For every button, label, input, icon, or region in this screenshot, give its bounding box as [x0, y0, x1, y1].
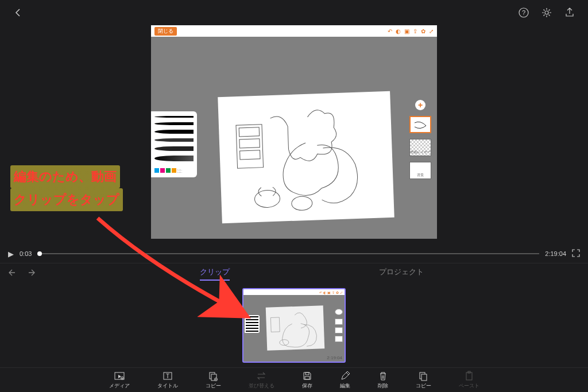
- copy2-button[interactable]: コピー: [416, 371, 431, 390]
- share-icon[interactable]: [558, 7, 581, 18]
- brush-panel[interactable]: [151, 111, 197, 177]
- copy2-label: コピー: [416, 382, 431, 390]
- save-label: 保存: [302, 382, 312, 390]
- frame-close-button[interactable]: 閉じる: [154, 27, 177, 36]
- clip-layers: [335, 309, 343, 342]
- save-button[interactable]: 保存: [302, 371, 312, 390]
- total-time: 2:19:04: [545, 250, 566, 257]
- media-label: メディア: [109, 382, 130, 390]
- reorder-label: 並び替える: [249, 382, 274, 390]
- export-icon[interactable]: ⇪: [413, 28, 417, 34]
- clip-area: ↶◐▣⇪✿⤢ 2:19:04: [0, 284, 588, 367]
- annotation-line1: 編集のため、動画: [10, 165, 120, 188]
- preview-frame: 閉じる ↶ ◐ ▣ ⇪ ✿ ⤢: [151, 25, 437, 239]
- svg-rect-5: [239, 139, 260, 148]
- play-button[interactable]: ▶: [8, 250, 14, 258]
- clip-header: ↶◐▣⇪✿⤢: [243, 289, 345, 295]
- redo-button[interactable]: [25, 269, 36, 278]
- frame-header: 閉じる ↶ ◐ ▣ ⇪ ✿ ⤢: [151, 25, 437, 37]
- top-bar: ?: [0, 0, 588, 25]
- brush-2[interactable]: [154, 122, 194, 125]
- media-button[interactable]: メディア: [109, 371, 130, 390]
- back-button[interactable]: [7, 8, 30, 17]
- settings2-icon[interactable]: ✿: [421, 28, 425, 34]
- layer-thumb-2[interactable]: 作画レイヤー: [409, 139, 431, 156]
- paste-label: ペースト: [459, 382, 479, 390]
- undo-icon[interactable]: ↶: [388, 28, 392, 34]
- svg-text:T: T: [165, 373, 169, 379]
- svg-rect-6: [240, 150, 261, 160]
- svg-rect-21: [421, 374, 427, 381]
- brush-4[interactable]: [154, 138, 194, 142]
- paste-button[interactable]: ペースト: [459, 371, 479, 390]
- layer-thumb-1[interactable]: [409, 116, 431, 133]
- svg-rect-4: [239, 127, 260, 137]
- adjust-icon[interactable]: ◐: [396, 28, 401, 34]
- brush-6[interactable]: [154, 156, 194, 161]
- delete-button[interactable]: 削除: [378, 371, 388, 390]
- edit-label: 編集: [340, 382, 350, 390]
- color-palette[interactable]: [154, 168, 194, 173]
- preview-area: 閉じる ↶ ◐ ▣ ⇪ ✿ ⤢: [0, 25, 588, 244]
- svg-rect-22: [466, 372, 472, 380]
- svg-rect-9: [270, 317, 280, 332]
- undo-button[interactable]: [8, 269, 18, 278]
- svg-rect-19: [305, 377, 310, 379]
- title-button[interactable]: T タイトル: [157, 371, 178, 390]
- add-layer-button[interactable]: +: [415, 100, 425, 110]
- tab-clip[interactable]: クリップ: [200, 267, 230, 281]
- brush-3[interactable]: [154, 130, 194, 134]
- clip-tools: [245, 315, 260, 333]
- tabs-row: クリップ プロジェクト: [0, 263, 588, 284]
- layer-thumb-3[interactable]: 背景: [409, 162, 431, 179]
- svg-text:?: ?: [522, 9, 525, 16]
- expand-icon[interactable]: ⤢: [429, 28, 434, 34]
- tab-project[interactable]: プロジェクト: [379, 267, 424, 281]
- drawing-canvas[interactable]: [218, 91, 394, 223]
- help-icon[interactable]: ?: [512, 7, 535, 18]
- clip-duration: 2:19:04: [327, 355, 342, 360]
- copy-button[interactable]: コピー: [206, 371, 221, 390]
- brush-5[interactable]: [154, 146, 194, 151]
- settings-icon[interactable]: [535, 7, 558, 18]
- reorder-button[interactable]: 並び替える: [249, 371, 274, 390]
- clip-thumbnail[interactable]: ↶◐▣⇪✿⤢ 2:19:04: [242, 288, 346, 363]
- timeline-thumb[interactable]: [37, 251, 42, 256]
- timeline-slider[interactable]: [37, 253, 539, 254]
- annotation-callout: 編集のため、動画 クリップをタップ: [10, 165, 123, 211]
- copy-label: コピー: [206, 382, 221, 390]
- brush-1[interactable]: [154, 116, 194, 118]
- svg-point-2: [545, 11, 548, 14]
- clip-sketch: [266, 305, 325, 350]
- svg-point-8: [291, 196, 312, 211]
- bottom-toolbar: メディア T タイトル コピー 並び替える 保存 編集 削除 コピー ペースト: [0, 367, 588, 391]
- delete-label: 削除: [378, 382, 388, 390]
- current-time: 0:03: [20, 250, 32, 257]
- layer-panel: + 作画レイヤー 背景: [408, 100, 432, 179]
- layers-icon[interactable]: ▣: [404, 28, 409, 34]
- svg-rect-18: [305, 372, 309, 375]
- title-label: タイトル: [157, 382, 178, 390]
- canvas-area: + 作画レイヤー 背景: [151, 37, 437, 239]
- annotation-line2: クリップをタップ: [10, 188, 123, 211]
- playback-bar: ▶ 0:03 2:19:04: [0, 244, 588, 263]
- frame-tool-icons: ↶ ◐ ▣ ⇪ ✿ ⤢: [388, 28, 434, 34]
- fullscreen-button[interactable]: [572, 249, 580, 258]
- edit-button[interactable]: 編集: [340, 371, 350, 390]
